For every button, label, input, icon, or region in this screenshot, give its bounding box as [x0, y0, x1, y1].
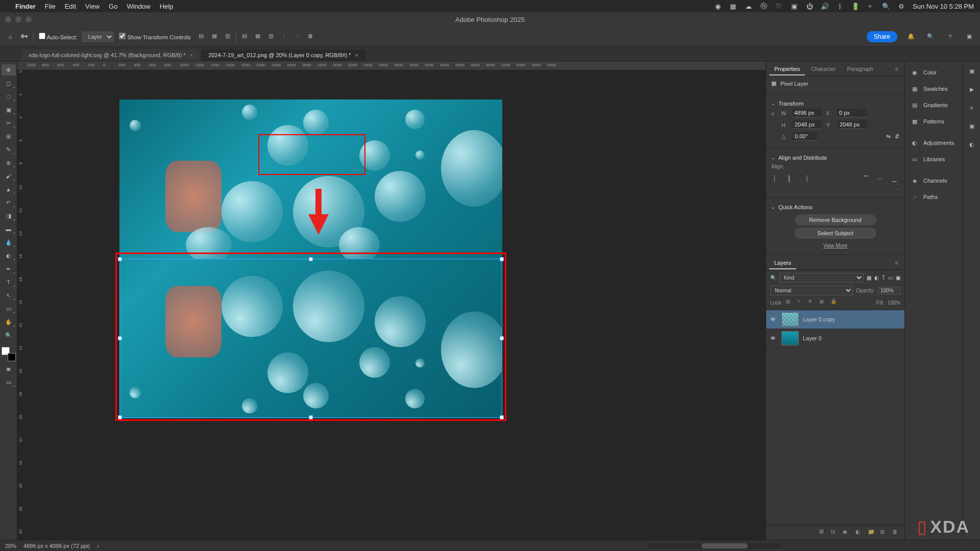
layer-thumbnail[interactable]	[781, 312, 799, 327]
help-icon[interactable]: ?	[944, 31, 955, 42]
doc-tab[interactable]: xda-logo-full-colored-light.svg @ 41.7% …	[21, 49, 200, 61]
y-input[interactable]	[838, 120, 867, 129]
quick-actions-section[interactable]: ⌄Quick Actions	[771, 202, 899, 212]
flip-h-icon[interactable]: ⇋	[886, 133, 891, 140]
tab-layers[interactable]: Layers	[769, 257, 796, 269]
shape-tool[interactable]: ▭	[2, 303, 16, 314]
control-center-icon[interactable]: ⚙	[897, 2, 905, 10]
group-icon[interactable]: 📁	[868, 529, 876, 537]
hand-tool[interactable]: ✋	[2, 316, 16, 328]
home-icon[interactable]: ⌂	[5, 32, 15, 42]
status-icon[interactable]: ⏻	[805, 2, 814, 10]
x-input[interactable]	[837, 109, 867, 117]
link-layers-icon[interactable]: ⌘	[819, 529, 827, 537]
search-icon[interactable]: 🔍	[770, 275, 776, 281]
menu-file[interactable]: File	[45, 3, 56, 10]
rail-icon[interactable]: ▶	[966, 84, 977, 95]
lock-transparent-icon[interactable]: ▦	[786, 298, 794, 307]
filter-adjust-icon[interactable]: ◐	[874, 275, 879, 281]
color-swatches[interactable]	[2, 347, 16, 361]
menu-view[interactable]: View	[85, 3, 100, 10]
flip-v-icon[interactable]: ⇵	[895, 133, 899, 140]
panel-swatches[interactable]: ▦Swatches	[905, 81, 963, 97]
new-layer-icon[interactable]: ⊞	[880, 529, 888, 537]
menu-edit[interactable]: Edit	[65, 3, 76, 10]
lock-all-icon[interactable]: 🔒	[830, 298, 839, 307]
doc-dimensions[interactable]: 4896 px x 4096 px (72 ppi)	[23, 543, 90, 549]
dodge-tool[interactable]: ◐	[2, 250, 16, 261]
crop-tool[interactable]: ✂	[2, 117, 16, 129]
angle-input[interactable]	[793, 132, 817, 141]
align-right-icon[interactable]: ▥	[223, 31, 233, 41]
opacity-input[interactable]: 100%	[878, 287, 900, 294]
panel-paths[interactable]: ⟋Paths	[905, 189, 963, 205]
status-icon[interactable]: 🔊	[821, 2, 829, 10]
align-middle-icon[interactable]: ▦	[253, 31, 263, 41]
workspace-icon[interactable]: ▣	[964, 31, 975, 42]
layer-row[interactable]: 👁 Layer 0	[766, 329, 904, 348]
close-icon[interactable]: ×	[355, 52, 358, 58]
battery-icon[interactable]: 🔋	[851, 2, 860, 10]
panel-menu-icon[interactable]: ≡	[892, 63, 901, 76]
healing-tool[interactable]: ⊕	[2, 157, 16, 168]
zoom-level[interactable]: 20%	[5, 543, 16, 549]
align-bottom-icon[interactable]: ▥	[266, 31, 276, 41]
chevron-right-icon[interactable]: ›	[97, 543, 99, 549]
eraser-tool[interactable]: ◨	[2, 210, 16, 221]
rail-icon[interactable]: ▣	[966, 65, 977, 77]
lock-position-icon[interactable]: ✥	[808, 298, 816, 307]
search-icon[interactable]: 🔍	[882, 2, 890, 10]
frame-tool[interactable]: ⊞	[2, 131, 16, 142]
delete-layer-icon[interactable]: 🗑	[892, 529, 900, 537]
width-input[interactable]	[792, 109, 822, 117]
panel-adjustments[interactable]: ◐Adjustments	[905, 135, 963, 151]
rail-icon[interactable]: ▣	[966, 120, 977, 132]
transform-section[interactable]: ⌄Transform	[771, 98, 899, 109]
panel-gradients[interactable]: ▤Gradients	[905, 97, 963, 113]
rail-icon[interactable]: ◐	[966, 139, 977, 150]
align-left-icon[interactable]: ▏	[771, 173, 781, 184]
layer-mask-icon[interactable]: ◙	[843, 529, 851, 537]
adjustment-layer-icon[interactable]: ◐	[855, 529, 864, 537]
clone-tool[interactable]: ▲	[2, 184, 16, 195]
share-button[interactable]: Share	[867, 31, 897, 42]
filter-smart-icon[interactable]: ▣	[896, 275, 900, 281]
auto-select-checkbox[interactable]: Auto-Select:	[39, 33, 77, 40]
auto-select-dropdown[interactable]: Layer	[82, 32, 114, 42]
ruler-horizontal[interactable]: 1000800600400200020040060080010001200140…	[17, 61, 766, 70]
mac-app-name[interactable]: Finder	[15, 3, 36, 10]
move-tool[interactable]: ✥	[2, 64, 16, 76]
select-subject-button[interactable]: Select Subject	[795, 228, 876, 239]
blur-tool[interactable]: 💧	[2, 237, 16, 248]
rail-icon[interactable]: ≡	[966, 102, 977, 113]
visibility-icon[interactable]: 👁	[770, 335, 777, 341]
gradient-tool[interactable]: ▬	[2, 223, 16, 235]
screen-mode-tool[interactable]: ▭	[2, 377, 16, 388]
menu-go[interactable]: Go	[109, 3, 117, 10]
align-section[interactable]: ⌄Align and Distribute	[771, 153, 899, 163]
brush-tool[interactable]: 🖌	[2, 170, 16, 182]
lock-pixels-icon[interactable]: ✎	[797, 298, 805, 307]
status-icon[interactable]: ▣	[790, 2, 798, 10]
window-controls[interactable]	[5, 16, 32, 22]
link-wh-icon[interactable]: ⟐	[771, 110, 775, 116]
clock[interactable]: Sun Nov 10 5:28 PM	[913, 3, 974, 10]
view-more-link[interactable]: View More	[771, 241, 899, 251]
align-top-icon[interactable]: ▤	[239, 31, 250, 41]
panel-channels[interactable]: ◈Channels	[905, 172, 963, 189]
bluetooth-icon[interactable]: ᛒ	[836, 2, 844, 10]
layer-row[interactable]: 👁 Layer 0 copy	[766, 310, 904, 329]
lasso-tool[interactable]: ◌	[2, 91, 16, 102]
align-middle-icon[interactable]: ─	[875, 173, 885, 184]
blend-mode-dropdown[interactable]: Normal	[770, 286, 853, 295]
panel-patterns[interactable]: ▩Patterns	[905, 113, 963, 130]
panel-color[interactable]: ◉Color	[905, 64, 963, 81]
filter-type-icon[interactable]: T	[882, 275, 885, 281]
status-icon[interactable]: ♡	[775, 2, 783, 10]
quick-mask-tool[interactable]: ◙	[2, 363, 16, 374]
show-transform-checkbox[interactable]: Show Transform Controls	[119, 33, 190, 40]
distribute-icon[interactable]: ⋮	[279, 31, 289, 41]
panel-menu-icon[interactable]: ≡	[892, 257, 901, 269]
fill-input[interactable]: 100%	[887, 300, 900, 306]
marquee-tool[interactable]: ◻	[2, 78, 16, 89]
